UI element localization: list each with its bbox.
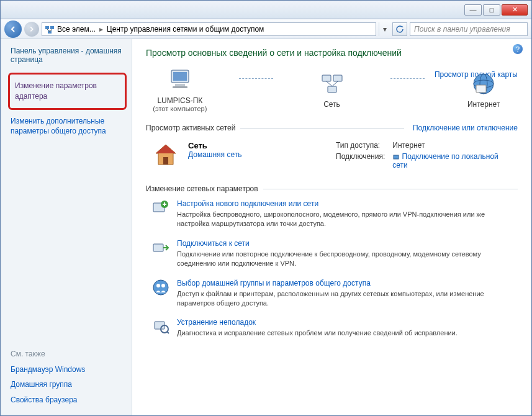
firewall-link[interactable]: Брандмауэр Windows xyxy=(11,362,132,378)
main-panel: ? Просмотр основных сведений о сети и на… xyxy=(132,39,531,415)
access-type-value: Интернет xyxy=(392,141,512,150)
content-area: Панель управления - домашняя страница Из… xyxy=(1,39,531,415)
breadcrumb-item[interactable]: Центр управления сетями и общим доступом xyxy=(107,25,264,34)
task-link[interactable]: Подключиться к сети xyxy=(177,239,250,248)
svg-line-13 xyxy=(332,81,338,86)
new-connection-icon xyxy=(152,199,169,217)
node-label: Сеть xyxy=(298,100,366,109)
task-description: Подключение или повторное подключение к … xyxy=(177,250,494,269)
task-link[interactable]: Настройка нового подключения или сети xyxy=(177,199,318,208)
svg-point-23 xyxy=(153,280,168,295)
back-button[interactable] xyxy=(4,20,22,38)
page-heading: Просмотр основных сведений о сети и наст… xyxy=(146,48,518,58)
search-placeholder: Поиск в панели управления xyxy=(414,25,510,34)
help-button[interactable]: ? xyxy=(513,44,523,54)
network-map: LUMPICS-ПК (этот компьютер) Сеть Интерне… xyxy=(146,66,518,112)
svg-rect-11 xyxy=(328,86,336,93)
network-node-pc: LUMPICS-ПК (этот компьютер) xyxy=(146,66,214,112)
connection-link[interactable]: Подключение по локальной сети xyxy=(392,152,498,170)
connections-value: Подключение по локальной сети xyxy=(392,152,512,170)
svg-rect-6 xyxy=(173,72,187,81)
browser-properties-link[interactable]: Свойства браузера xyxy=(11,392,132,408)
task-description: Диагностика и исправление сетевых пробле… xyxy=(177,328,458,338)
network-node-network: Сеть xyxy=(298,70,366,109)
homegroup-link[interactable]: Домашняя группа xyxy=(11,377,132,392)
task-description: Доступ к файлам и принтерам, расположенн… xyxy=(177,289,494,309)
troubleshoot-icon xyxy=(152,318,169,335)
section-title: Изменение сетевых параметров xyxy=(146,184,258,193)
see-also-header: См. также xyxy=(11,350,132,358)
node-label: Интернет xyxy=(449,100,518,109)
divider xyxy=(240,128,404,129)
forward-button xyxy=(24,22,39,37)
connect-disconnect-link[interactable]: Подключение или отключение xyxy=(404,124,518,132)
close-button[interactable]: ✕ xyxy=(502,4,528,16)
advanced-sharing-link[interactable]: Изменить дополнительные параметры общего… xyxy=(11,114,132,140)
sidebar: Панель управления - домашняя страница Из… xyxy=(1,39,132,415)
network-type-link[interactable]: Домашняя сеть xyxy=(188,150,241,159)
svg-rect-18 xyxy=(163,157,168,165)
homegroup-icon xyxy=(152,279,169,296)
house-icon xyxy=(152,141,179,168)
titlebar: — □ ✕ xyxy=(1,1,531,19)
network-node-internet: Интернет xyxy=(449,70,518,109)
divider xyxy=(263,189,518,189)
svg-rect-9 xyxy=(322,75,331,81)
task-description: Настройка беспроводного, широкополосного… xyxy=(177,210,494,229)
svg-point-25 xyxy=(161,284,165,287)
svg-point-24 xyxy=(156,284,160,287)
task-body: Подключиться к сети Подключение или повт… xyxy=(177,239,494,269)
svg-line-12 xyxy=(327,81,332,86)
arrow-right-icon xyxy=(29,26,35,32)
svg-line-28 xyxy=(167,332,169,333)
network-line xyxy=(239,78,273,79)
task-list: Настройка нового подключения или сети На… xyxy=(146,199,518,338)
refresh-icon xyxy=(395,25,404,34)
connections-label: Подключения: xyxy=(336,152,385,170)
breadcrumb-item[interactable]: Все элем... xyxy=(57,25,96,34)
minimize-button[interactable]: — xyxy=(464,4,482,16)
network-center-icon xyxy=(45,24,55,34)
adapter-settings-link[interactable]: Изменение параметров адаптера xyxy=(15,78,120,104)
svg-rect-1 xyxy=(50,26,54,29)
network-name: Сеть xyxy=(188,141,312,150)
node-sublabel: (этот компьютер) xyxy=(146,105,214,112)
control-panel-window: — □ ✕ Все элем... ▸ Центр управления сет… xyxy=(0,0,532,416)
control-panel-home-link[interactable]: Панель управления - домашняя страница xyxy=(11,47,132,64)
task-item: Подключиться к сети Подключение или повт… xyxy=(146,239,518,269)
svg-rect-7 xyxy=(175,84,185,86)
address-dropdown[interactable]: ▾ xyxy=(379,22,390,36)
maximize-button[interactable]: □ xyxy=(483,4,500,16)
svg-rect-22 xyxy=(153,244,163,251)
task-link[interactable]: Выбор домашней группы и параметров общег… xyxy=(177,279,371,287)
svg-rect-17 xyxy=(476,85,486,93)
active-networks-header: Просмотр активных сетей Подключение или … xyxy=(146,124,518,132)
computer-icon xyxy=(166,66,194,94)
highlighted-link: Изменение параметров адаптера xyxy=(8,73,127,110)
connect-network-icon xyxy=(152,239,169,256)
network-info: Сеть Домашняя сеть xyxy=(188,141,312,170)
access-type-label: Тип доступа: xyxy=(336,141,385,150)
refresh-button[interactable] xyxy=(392,22,407,36)
navigation-bar: Все элем... ▸ Центр управления сетями и … xyxy=(1,19,531,39)
task-item: Устранение неполадок Диагностика и испра… xyxy=(146,318,518,338)
sidebar-spacer xyxy=(11,139,132,343)
svg-rect-2 xyxy=(48,30,52,34)
section-title: Просмотр активных сетей xyxy=(146,124,235,132)
ethernet-icon xyxy=(392,153,400,161)
breadcrumb-separator: ▸ xyxy=(99,25,103,34)
network-icon xyxy=(318,70,346,97)
svg-rect-0 xyxy=(45,26,49,29)
task-link[interactable]: Устранение неполадок xyxy=(177,318,256,327)
task-body: Настройка нового подключения или сети На… xyxy=(177,199,494,229)
svg-rect-8 xyxy=(173,86,187,88)
svg-rect-19 xyxy=(394,155,399,159)
change-settings-header: Изменение сетевых параметров xyxy=(146,184,518,193)
search-input[interactable]: Поиск в панели управления xyxy=(410,22,528,36)
task-body: Устранение неполадок Диагностика и испра… xyxy=(177,318,458,338)
active-network-row: Сеть Домашняя сеть Тип доступа: Интернет… xyxy=(146,137,518,173)
network-details: Тип доступа: Интернет Подключения: Подкл… xyxy=(321,141,512,170)
task-item: Выбор домашней группы и параметров общег… xyxy=(146,279,518,309)
address-bar[interactable]: Все элем... ▸ Центр управления сетями и … xyxy=(42,22,376,36)
svg-rect-10 xyxy=(333,75,342,81)
